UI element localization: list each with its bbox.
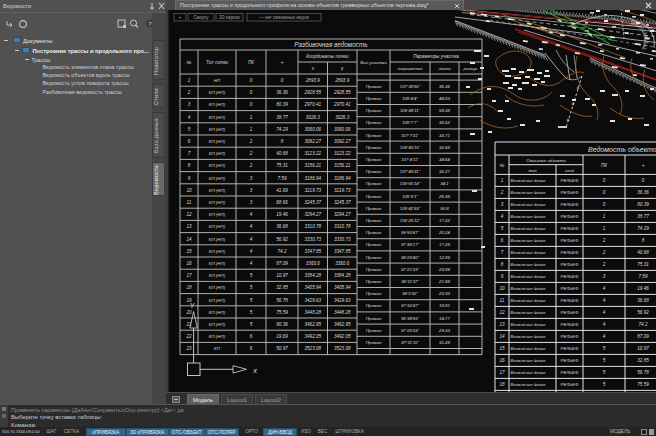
svg-text:31.28: 31.28 <box>439 340 451 345</box>
svg-text:32.27: 32.27 <box>439 169 451 174</box>
svg-text:3186.94: 3186.94 <box>304 176 321 181</box>
svg-text:Вхождение блока: Вхождение блока <box>511 334 546 339</box>
svg-text:74.29: 74.29 <box>637 226 649 231</box>
svg-text:0: 0 <box>250 90 253 95</box>
svg-text:Прямая: Прямая <box>366 242 382 247</box>
svg-text:17: 17 <box>186 273 192 278</box>
svg-text:108°43'15": 108°43'15" <box>400 145 421 150</box>
svg-text:0: 0 <box>603 178 606 183</box>
svg-text:10.97: 10.97 <box>637 346 649 351</box>
svg-text:35.52: 35.52 <box>439 120 451 125</box>
svg-text:Вхождение блока: Вхождение блока <box>511 298 546 303</box>
svg-text:РЕЛЬЕФ: РЕЛЬЕФ <box>561 274 579 279</box>
svg-text:1: 1 <box>603 214 606 219</box>
svg-text:56.78: 56.78 <box>637 370 649 375</box>
svg-text:44.03: 44.03 <box>439 96 451 101</box>
svg-text:3: 3 <box>250 176 253 181</box>
svg-text:2970.41: 2970.41 <box>333 102 351 107</box>
svg-text:Прямая: Прямая <box>366 194 382 199</box>
svg-text:Вхождение блока: Вхождение блока <box>511 382 546 387</box>
svg-text:КП (НП): КП (НП) <box>209 90 226 95</box>
svg-text:КП (НП): КП (НП) <box>209 322 226 327</box>
svg-text:14.77: 14.77 <box>439 316 451 321</box>
svg-text:19.46: 19.46 <box>276 212 288 217</box>
svg-text:КП (НП): КП (НП) <box>209 310 226 315</box>
svg-text:107°7'31": 107°7'31" <box>401 133 419 138</box>
svg-text:НП: НП <box>214 78 221 83</box>
svg-text:3310.78: 3310.78 <box>334 224 351 229</box>
svg-text:105°42'59": 105°42'59" <box>400 206 421 211</box>
svg-text:97°11'10": 97°11'10" <box>401 340 419 345</box>
svg-text:Прямая: Прямая <box>366 255 382 260</box>
svg-text:КП (НП): КП (НП) <box>209 261 226 266</box>
svg-text:КП (НП): КП (НП) <box>209 249 226 254</box>
svg-text:РЕЛЬЕФ: РЕЛЬЕФ <box>561 334 579 339</box>
svg-text:20.24: 20.24 <box>438 230 451 235</box>
svg-text:5: 5 <box>603 370 606 375</box>
svg-text:Вхождение блока: Вхождение блока <box>511 262 546 267</box>
svg-text:34.1: 34.1 <box>440 181 449 186</box>
svg-text:3123.22: 3123.22 <box>334 151 351 156</box>
svg-text:РЕЛЬЕФ: РЕЛЬЕФ <box>561 322 579 327</box>
svg-text:106°48'11": 106°48'11" <box>400 108 420 113</box>
svg-text:Вхождение блока: Вхождение блока <box>511 358 546 363</box>
svg-text:5: 5 <box>501 226 504 231</box>
svg-text:РЕЛЬЕФ: РЕЛЬЕФ <box>561 370 579 375</box>
svg-text:5: 5 <box>603 358 606 363</box>
svg-text:12: 12 <box>499 310 505 315</box>
svg-text:3219.73: 3219.73 <box>304 188 321 193</box>
svg-text:3156.21: 3156.21 <box>334 163 351 168</box>
svg-text:106°25'12": 106°25'12" <box>400 218 421 223</box>
svg-text:97°32'47": 97°32'47" <box>401 303 419 308</box>
svg-text:3384.28: 3384.28 <box>304 273 321 278</box>
svg-text:КП (НП): КП (НП) <box>209 224 226 229</box>
svg-text:Вхождение блока: Вхождение блока <box>511 274 546 279</box>
svg-text:11: 11 <box>187 200 192 205</box>
svg-text:КП (НП): КП (НП) <box>209 115 226 120</box>
svg-text:Прямая: Прямая <box>366 303 382 308</box>
svg-text:РЕЛЬЕФ: РЕЛЬЕФ <box>561 238 579 243</box>
svg-text:9: 9 <box>501 274 504 279</box>
svg-text:13: 13 <box>499 322 505 327</box>
svg-text:5: 5 <box>188 127 191 132</box>
svg-text:2: 2 <box>602 238 606 243</box>
svg-text:90.36: 90.36 <box>276 322 288 327</box>
svg-text:Вхождение блока: Вхождение блока <box>511 346 546 351</box>
svg-text:7: 7 <box>188 151 191 156</box>
svg-text:56.92: 56.92 <box>276 237 288 242</box>
svg-text:Прямая: Прямая <box>366 316 382 321</box>
svg-text:80.39: 80.39 <box>637 202 649 207</box>
svg-text:Прямая: Прямая <box>366 267 382 272</box>
svg-text:слой: слой <box>565 168 575 173</box>
svg-text:3523.08: 3523.08 <box>334 346 351 351</box>
svg-text:1: 1 <box>501 178 504 183</box>
svg-text:3448.28: 3448.28 <box>304 310 321 315</box>
svg-text:Прямая: Прямая <box>366 84 382 89</box>
svg-text:Тип точки: Тип точки <box>206 60 229 65</box>
svg-text:3330.73: 3330.73 <box>304 237 321 242</box>
svg-text:1: 1 <box>188 78 191 83</box>
svg-text:радиус: радиус <box>462 66 478 71</box>
svg-text:Вхождение блока: Вхождение блока <box>511 226 546 231</box>
svg-text:3492.05: 3492.05 <box>334 334 351 339</box>
svg-text:3384.28: 3384.28 <box>334 273 351 278</box>
svg-text:Координаты точки: Координаты точки <box>306 54 349 59</box>
svg-text:107°4'11": 107°4'11" <box>401 157 419 162</box>
svg-text:75.59: 75.59 <box>637 382 649 387</box>
svg-text:4: 4 <box>250 237 253 242</box>
svg-text:8: 8 <box>642 238 645 243</box>
svg-text:3429.63: 3429.63 <box>334 298 351 303</box>
svg-text:98°26'40": 98°26'40" <box>401 255 419 260</box>
svg-text:РЕЛЬЕФ: РЕЛЬЕФ <box>561 178 579 183</box>
svg-text:36.36: 36.36 <box>439 84 451 89</box>
svg-text:87.09: 87.09 <box>637 334 649 339</box>
svg-text:2: 2 <box>249 139 253 144</box>
svg-text:Прямая: Прямая <box>366 218 382 223</box>
svg-text:107°49'31": 107°49'31" <box>400 169 421 174</box>
svg-text:Прямая: Прямая <box>366 328 382 333</box>
svg-text:40.68: 40.68 <box>276 151 288 156</box>
svg-text:3330.73: 3330.73 <box>334 237 351 242</box>
svg-text:4: 4 <box>603 322 606 327</box>
svg-text:75.31: 75.31 <box>637 262 649 267</box>
svg-text:№: № <box>187 60 192 65</box>
